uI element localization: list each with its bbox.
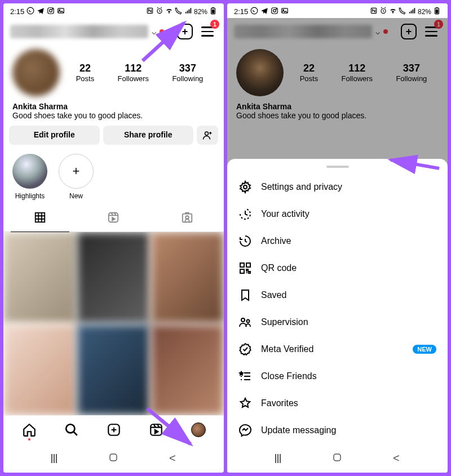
- highlight-new[interactable]: + New: [59, 154, 94, 200]
- svg-point-37: [241, 318, 245, 322]
- menu-saved[interactable]: Saved: [227, 282, 448, 309]
- svg-point-16: [66, 424, 74, 433]
- post-thumb[interactable]: [151, 324, 224, 416]
- nav-reels[interactable]: [148, 421, 165, 438]
- nav-create[interactable]: [105, 421, 122, 438]
- highlight-new-label: New: [69, 192, 83, 200]
- menu-label: Saved: [261, 290, 286, 300]
- home-button[interactable]: [108, 452, 118, 465]
- following-stat[interactable]: 337 Following: [172, 63, 203, 83]
- post-thumb[interactable]: [77, 324, 150, 416]
- volte-icon: [175, 7, 183, 16]
- post-thumb[interactable]: [3, 324, 76, 416]
- tab-reels[interactable]: [77, 206, 150, 232]
- grid-icon: [34, 211, 46, 224]
- home-button[interactable]: [332, 452, 342, 465]
- bookmark-icon: [238, 288, 252, 302]
- profile-header: ⌵ + 1: [3, 20, 224, 46]
- telegram-icon: [37, 7, 45, 16]
- bio-text: Good shoes take you to good places.: [12, 111, 215, 120]
- nav-home[interactable]: [21, 421, 38, 438]
- menu-label: QR code: [261, 263, 297, 273]
- followers-label: Followers: [117, 74, 149, 83]
- recent-apps-button[interactable]: [51, 454, 57, 463]
- svg-rect-9: [212, 7, 214, 8]
- status-time: 2:15: [10, 7, 24, 16]
- recent-apps-button[interactable]: [275, 454, 281, 463]
- svg-rect-35: [246, 263, 250, 267]
- sheet-handle[interactable]: [326, 166, 349, 168]
- menu-label: Your activity: [261, 209, 309, 219]
- menu-button[interactable]: 1: [198, 22, 217, 41]
- username-blurred[interactable]: [10, 25, 148, 38]
- menu-qr-code[interactable]: QR code: [227, 255, 448, 282]
- create-button[interactable]: +: [175, 22, 194, 41]
- post-thumb[interactable]: [77, 232, 150, 323]
- menu-badge: 1: [210, 20, 219, 29]
- nav-search[interactable]: [63, 421, 80, 438]
- plus-square-icon: +: [177, 24, 193, 39]
- back-button[interactable]: <: [169, 452, 176, 465]
- highlight-item[interactable]: Highlights: [12, 154, 47, 200]
- svg-rect-14: [183, 214, 192, 223]
- home-icon: [22, 422, 37, 437]
- menu-your-activity[interactable]: Your activity: [227, 201, 448, 228]
- posts-stat[interactable]: 22 Posts: [76, 63, 95, 83]
- chevron-down-icon[interactable]: ⌵: [152, 27, 156, 36]
- discover-people-button[interactable]: [197, 126, 218, 145]
- highlights-row: Highlights + New: [3, 152, 224, 206]
- signal-icon: [184, 7, 192, 16]
- highlight-label: Highlights: [15, 192, 45, 200]
- menu-label: Close Friends: [261, 371, 317, 381]
- profile-stats-row: 22 Posts 112 Followers 337 Following: [3, 46, 224, 100]
- menu-label: Settings and privacy: [261, 182, 342, 192]
- tab-grid[interactable]: [3, 206, 77, 232]
- svg-rect-32: [436, 10, 439, 14]
- menu-archive[interactable]: Archive: [227, 228, 448, 255]
- reels-icon: [107, 211, 120, 224]
- menu-supervision[interactable]: Supervision: [227, 309, 448, 336]
- profile-actions: Edit profile Share profile: [3, 126, 224, 152]
- menu-meta-verified[interactable]: Meta Verified NEW: [227, 336, 448, 363]
- followers-count: 112: [117, 63, 149, 74]
- gallery-icon: [281, 7, 289, 16]
- gallery-icon: [57, 7, 65, 16]
- menu-settings-privacy[interactable]: Settings and privacy: [227, 174, 448, 201]
- nav-profile[interactable]: [190, 421, 207, 438]
- system-nav: <: [3, 444, 224, 473]
- instagram-icon: [271, 7, 278, 16]
- post-thumb[interactable]: [3, 232, 76, 323]
- list-star-icon: [238, 370, 252, 383]
- add-person-icon: [202, 130, 213, 140]
- battery-percent: 82%: [418, 8, 431, 16]
- avatar-icon: [191, 422, 206, 437]
- status-time: 2:15: [234, 7, 248, 16]
- search-icon: [64, 422, 79, 437]
- svg-point-24: [273, 10, 276, 12]
- gear-icon: [238, 180, 252, 194]
- back-button[interactable]: <: [393, 452, 400, 465]
- wifi-icon: [389, 7, 397, 16]
- post-thumb[interactable]: [151, 232, 224, 323]
- followers-stat[interactable]: 112 Followers: [117, 63, 149, 83]
- menu-favorites[interactable]: Favorites: [227, 390, 448, 417]
- menu-update-messaging[interactable]: Update messaging: [227, 417, 448, 444]
- account-switch-dot: [160, 29, 164, 34]
- svg-point-0: [27, 7, 34, 14]
- bio-section: Ankita Sharma Good shoes take you to goo…: [3, 100, 224, 126]
- menu-close-friends[interactable]: Close Friends: [227, 363, 448, 390]
- profile-tabs: [3, 206, 224, 232]
- phone-screenshot-1: 2:15 82% ⌵: [3, 3, 224, 473]
- tab-tagged[interactable]: [151, 206, 224, 232]
- reels-icon: [149, 422, 163, 437]
- edit-profile-button[interactable]: Edit profile: [9, 126, 100, 145]
- svg-rect-34: [240, 263, 244, 267]
- profile-avatar[interactable]: [12, 49, 60, 96]
- bottom-sheet-menu: Settings and privacy Your activity Archi…: [227, 159, 448, 473]
- whatsapp-icon: [26, 7, 34, 16]
- share-profile-button[interactable]: Share profile: [103, 126, 194, 145]
- svg-rect-13: [109, 213, 118, 223]
- svg-rect-18: [151, 424, 162, 435]
- svg-point-2: [50, 10, 52, 12]
- following-label: Following: [172, 74, 203, 83]
